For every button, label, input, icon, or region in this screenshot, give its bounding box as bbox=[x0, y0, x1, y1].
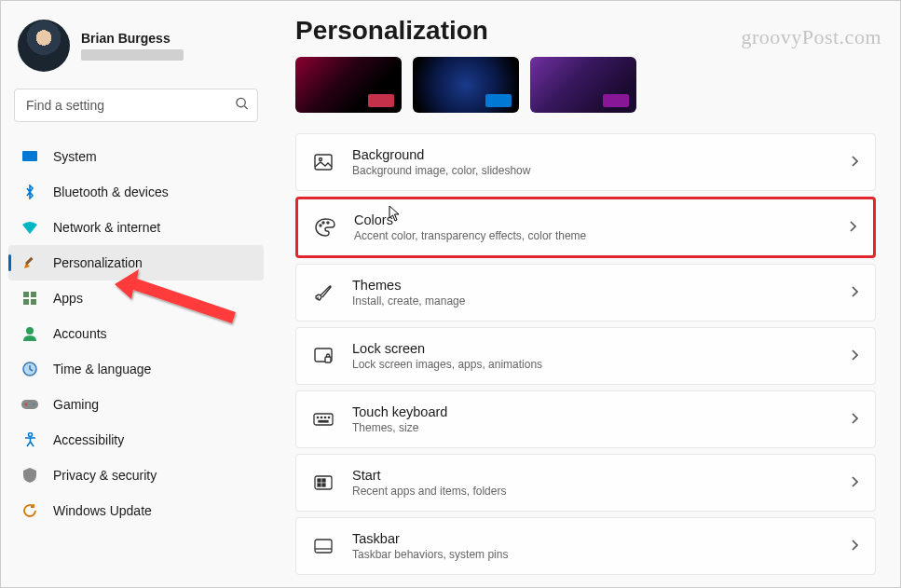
setting-title: Background bbox=[352, 147, 832, 162]
chevron-right-icon bbox=[851, 284, 858, 301]
setting-background[interactable]: Background Background image, color, slid… bbox=[295, 133, 876, 191]
svg-rect-22 bbox=[314, 414, 333, 425]
watermark: groovyPost.com bbox=[741, 25, 881, 49]
svg-rect-33 bbox=[315, 540, 332, 553]
accounts-icon bbox=[21, 325, 38, 342]
svg-rect-7 bbox=[31, 299, 36, 305]
taskbar-icon bbox=[313, 536, 334, 556]
svg-rect-32 bbox=[322, 484, 325, 486]
svg-rect-27 bbox=[319, 421, 328, 423]
bluetooth-icon bbox=[21, 184, 38, 200]
setting-desc: Accent color, transparency effects, colo… bbox=[354, 229, 830, 242]
setting-start[interactable]: Start Recent apps and items, folders bbox=[295, 454, 876, 512]
theme-preview[interactable] bbox=[295, 57, 402, 113]
svg-rect-15 bbox=[315, 155, 332, 170]
setting-desc: Taskbar behaviors, system pins bbox=[352, 548, 832, 561]
update-icon bbox=[21, 502, 38, 519]
brush-icon bbox=[313, 282, 334, 303]
setting-desc: Recent apps and items, folders bbox=[352, 485, 832, 498]
chevron-right-icon bbox=[851, 538, 858, 554]
chevron-right-icon bbox=[851, 348, 858, 364]
profile-header[interactable]: Brian Burgess bbox=[8, 12, 264, 85]
theme-preview[interactable] bbox=[530, 57, 636, 113]
svg-rect-28 bbox=[315, 476, 332, 489]
sidebar-item-label: Bluetooth & devices bbox=[53, 185, 169, 199]
setting-title: Lock screen bbox=[352, 341, 832, 356]
setting-themes[interactable]: Themes Install, create, manage bbox=[295, 264, 876, 321]
setting-desc: Lock screen images, apps, animations bbox=[352, 358, 832, 371]
setting-title: Colors bbox=[354, 212, 830, 227]
personalization-icon bbox=[21, 254, 38, 271]
setting-title: Themes bbox=[352, 278, 832, 293]
svg-line-1 bbox=[244, 106, 247, 109]
accent-swatch bbox=[603, 94, 629, 107]
svg-rect-11 bbox=[21, 400, 38, 409]
sidebar-item-label: Privacy & security bbox=[53, 468, 157, 483]
sidebar-item-update[interactable]: Windows Update bbox=[8, 493, 264, 528]
keyboard-icon bbox=[313, 409, 334, 430]
palette-icon bbox=[315, 217, 335, 238]
theme-previews bbox=[295, 57, 876, 113]
start-icon bbox=[313, 472, 334, 493]
sidebar-item-bluetooth[interactable]: Bluetooth & devices bbox=[8, 174, 264, 210]
picture-icon bbox=[313, 152, 334, 172]
main-content: Personalization Background Background im… bbox=[271, 1, 900, 587]
accent-swatch bbox=[368, 94, 394, 107]
profile-email-redacted bbox=[81, 49, 184, 61]
search-container bbox=[14, 89, 258, 122]
svg-point-25 bbox=[324, 417, 325, 417]
svg-point-8 bbox=[26, 327, 34, 335]
sidebar-item-gaming[interactable]: Gaming bbox=[8, 387, 264, 422]
lock-screen-icon bbox=[313, 346, 334, 366]
svg-point-0 bbox=[237, 98, 245, 106]
sidebar: Brian Burgess System Bluetooth & devices… bbox=[1, 1, 271, 587]
sidebar-item-label: Accessibility bbox=[53, 432, 124, 447]
svg-rect-3 bbox=[25, 257, 33, 265]
clock-icon bbox=[21, 361, 38, 377]
svg-point-19 bbox=[327, 222, 329, 224]
svg-rect-4 bbox=[23, 292, 29, 297]
chevron-right-icon bbox=[851, 154, 858, 171]
setting-colors[interactable]: Colors Accent color, transparency effect… bbox=[295, 197, 876, 258]
avatar bbox=[18, 20, 70, 72]
profile-name: Brian Burgess bbox=[81, 31, 254, 46]
chevron-right-icon bbox=[851, 474, 858, 491]
setting-title: Touch keyboard bbox=[352, 404, 832, 419]
theme-preview[interactable] bbox=[413, 57, 519, 113]
setting-lock-screen[interactable]: Lock screen Lock screen images, apps, an… bbox=[295, 327, 876, 385]
svg-point-16 bbox=[320, 158, 322, 161]
sidebar-item-network[interactable]: Network & internet bbox=[8, 210, 264, 245]
sidebar-item-label: Accounts bbox=[53, 326, 107, 341]
svg-point-13 bbox=[33, 403, 35, 406]
sidebar-item-time[interactable]: Time & language bbox=[8, 351, 264, 387]
wifi-icon bbox=[21, 219, 38, 236]
shield-icon bbox=[21, 467, 38, 484]
svg-point-23 bbox=[317, 417, 318, 417]
gaming-icon bbox=[21, 396, 38, 413]
sidebar-item-accessibility[interactable]: Accessibility bbox=[8, 422, 264, 458]
setting-title: Start bbox=[352, 468, 832, 483]
sidebar-item-label: Network & internet bbox=[53, 220, 160, 235]
accent-swatch bbox=[485, 94, 512, 107]
svg-point-12 bbox=[25, 403, 28, 406]
sidebar-item-label: Time & language bbox=[53, 362, 151, 376]
sidebar-item-system[interactable]: System bbox=[8, 139, 264, 174]
sidebar-item-accounts[interactable]: Accounts bbox=[8, 316, 264, 351]
svg-point-24 bbox=[321, 417, 321, 417]
system-icon bbox=[21, 148, 38, 165]
sidebar-item-personalization[interactable]: Personalization bbox=[8, 245, 264, 280]
chevron-right-icon bbox=[851, 411, 858, 428]
svg-point-26 bbox=[328, 417, 329, 417]
svg-rect-31 bbox=[318, 484, 321, 486]
setting-desc: Themes, size bbox=[352, 421, 832, 434]
svg-rect-5 bbox=[31, 292, 36, 297]
search-input[interactable] bbox=[14, 89, 258, 122]
svg-point-14 bbox=[28, 433, 32, 437]
sidebar-item-privacy[interactable]: Privacy & security bbox=[8, 458, 264, 493]
settings-list: Background Background image, color, slid… bbox=[295, 133, 876, 575]
setting-touch-keyboard[interactable]: Touch keyboard Themes, size bbox=[295, 390, 876, 448]
search-icon[interactable] bbox=[235, 97, 249, 115]
setting-taskbar[interactable]: Taskbar Taskbar behaviors, system pins bbox=[295, 517, 876, 575]
apps-icon bbox=[21, 290, 38, 307]
sidebar-item-apps[interactable]: Apps bbox=[8, 280, 264, 316]
